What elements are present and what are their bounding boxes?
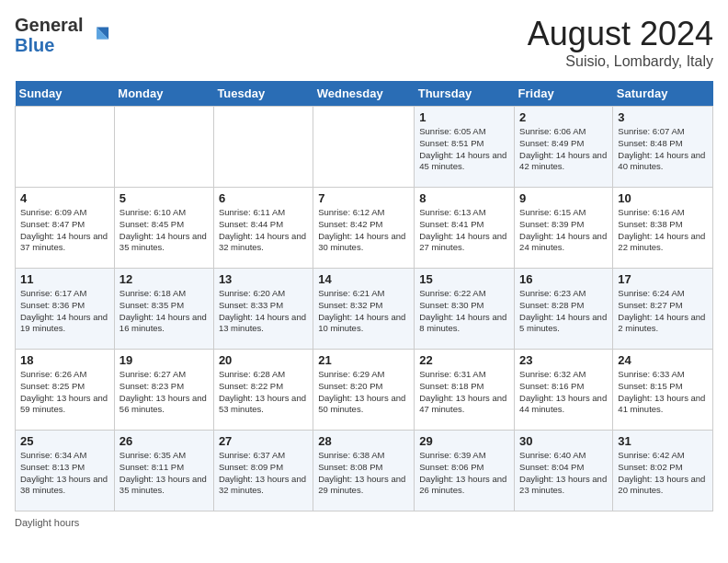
calendar-cell: 14Sunrise: 6:21 AM Sunset: 8:32 PM Dayli… [313, 269, 415, 350]
day-number: 6 [219, 191, 308, 205]
day-detail: Sunrise: 6:12 AM Sunset: 8:42 PM Dayligh… [318, 207, 409, 254]
day-number: 26 [119, 434, 209, 448]
title-area: August 2024 Suisio, Lombardy, Italy [528, 15, 713, 70]
day-number: 28 [318, 434, 409, 448]
day-detail: Sunrise: 6:27 AM Sunset: 8:23 PM Dayligh… [119, 369, 209, 416]
day-number: 31 [618, 434, 708, 448]
day-number: 29 [419, 434, 509, 448]
day-number: 23 [519, 353, 608, 367]
day-detail: Sunrise: 6:05 AM Sunset: 8:51 PM Dayligh… [419, 126, 509, 173]
footer-note: Daylight hours [15, 517, 713, 528]
weekday-header-thursday: Thursday [415, 81, 515, 107]
calendar-cell: 25Sunrise: 6:34 AM Sunset: 8:13 PM Dayli… [16, 431, 115, 511]
day-detail: Sunrise: 6:23 AM Sunset: 8:28 PM Dayligh… [519, 288, 608, 335]
day-detail: Sunrise: 6:17 AM Sunset: 8:36 PM Dayligh… [20, 288, 109, 335]
day-detail: Sunrise: 6:18 AM Sunset: 8:35 PM Dayligh… [119, 288, 209, 335]
calendar-cell: 15Sunrise: 6:22 AM Sunset: 8:30 PM Dayli… [415, 269, 515, 350]
day-number: 15 [419, 272, 509, 286]
day-number: 10 [618, 191, 708, 205]
weekday-header-friday: Friday [515, 81, 613, 107]
calendar-cell: 1Sunrise: 6:05 AM Sunset: 8:51 PM Daylig… [415, 107, 515, 188]
logo-blue-text: Blue [15, 35, 54, 55]
calendar-cell: 20Sunrise: 6:28 AM Sunset: 8:22 PM Dayli… [213, 350, 313, 431]
day-detail: Sunrise: 6:11 AM Sunset: 8:44 PM Dayligh… [219, 207, 308, 254]
logo-icon [85, 22, 110, 48]
calendar-week-row: 18Sunrise: 6:26 AM Sunset: 8:25 PM Dayli… [16, 350, 713, 431]
day-number: 2 [519, 110, 608, 124]
calendar-cell: 3Sunrise: 6:07 AM Sunset: 8:48 PM Daylig… [613, 107, 713, 188]
day-number: 7 [318, 191, 409, 205]
day-detail: Sunrise: 6:16 AM Sunset: 8:38 PM Dayligh… [618, 207, 708, 254]
day-number: 19 [119, 353, 209, 367]
calendar-cell: 27Sunrise: 6:37 AM Sunset: 8:09 PM Dayli… [213, 431, 313, 511]
calendar-cell: 21Sunrise: 6:29 AM Sunset: 8:20 PM Dayli… [313, 350, 415, 431]
day-detail: Sunrise: 6:15 AM Sunset: 8:39 PM Dayligh… [519, 207, 608, 254]
calendar-cell: 11Sunrise: 6:17 AM Sunset: 8:36 PM Dayli… [16, 269, 115, 350]
calendar-cell: 28Sunrise: 6:38 AM Sunset: 8:08 PM Dayli… [313, 431, 415, 511]
day-number: 1 [419, 110, 509, 124]
day-detail: Sunrise: 6:31 AM Sunset: 8:18 PM Dayligh… [419, 369, 509, 416]
calendar-cell: 31Sunrise: 6:42 AM Sunset: 8:02 PM Dayli… [613, 431, 713, 511]
calendar-week-row: 11Sunrise: 6:17 AM Sunset: 8:36 PM Dayli… [16, 269, 713, 350]
day-number: 24 [618, 353, 708, 367]
calendar-table: SundayMondayTuesdayWednesdayThursdayFrid… [15, 81, 713, 511]
calendar-cell: 19Sunrise: 6:27 AM Sunset: 8:23 PM Dayli… [114, 350, 213, 431]
day-detail: Sunrise: 6:24 AM Sunset: 8:27 PM Dayligh… [618, 288, 708, 335]
day-detail: Sunrise: 6:28 AM Sunset: 8:22 PM Dayligh… [219, 369, 308, 416]
weekday-header-saturday: Saturday [613, 81, 713, 107]
day-detail: Sunrise: 6:29 AM Sunset: 8:20 PM Dayligh… [318, 369, 409, 416]
header: General Blue August 2024 Suisio, Lombard… [15, 15, 713, 70]
day-number: 5 [119, 191, 209, 205]
day-detail: Sunrise: 6:39 AM Sunset: 8:06 PM Dayligh… [419, 450, 509, 497]
calendar-subtitle: Suisio, Lombardy, Italy [528, 53, 713, 70]
day-detail: Sunrise: 6:37 AM Sunset: 8:09 PM Dayligh… [219, 450, 308, 497]
calendar-title: August 2024 [528, 15, 713, 53]
calendar-cell: 29Sunrise: 6:39 AM Sunset: 8:06 PM Dayli… [415, 431, 515, 511]
day-detail: Sunrise: 6:22 AM Sunset: 8:30 PM Dayligh… [419, 288, 509, 335]
calendar-cell [114, 107, 213, 188]
day-detail: Sunrise: 6:35 AM Sunset: 8:11 PM Dayligh… [119, 450, 209, 497]
calendar-cell: 24Sunrise: 6:33 AM Sunset: 8:15 PM Dayli… [613, 350, 713, 431]
calendar-cell [213, 107, 313, 188]
day-number: 3 [618, 110, 708, 124]
day-number: 4 [20, 191, 109, 205]
calendar-cell: 8Sunrise: 6:13 AM Sunset: 8:41 PM Daylig… [415, 188, 515, 269]
day-number: 17 [618, 272, 708, 286]
day-number: 12 [119, 272, 209, 286]
day-detail: Sunrise: 6:20 AM Sunset: 8:33 PM Dayligh… [219, 288, 308, 335]
calendar-cell: 13Sunrise: 6:20 AM Sunset: 8:33 PM Dayli… [213, 269, 313, 350]
calendar-cell [16, 107, 115, 188]
day-detail: Sunrise: 6:10 AM Sunset: 8:45 PM Dayligh… [119, 207, 209, 254]
logo-general-text: General [15, 15, 83, 35]
calendar-cell: 2Sunrise: 6:06 AM Sunset: 8:49 PM Daylig… [515, 107, 613, 188]
day-number: 21 [318, 353, 409, 367]
calendar-cell: 7Sunrise: 6:12 AM Sunset: 8:42 PM Daylig… [313, 188, 415, 269]
calendar-header-row: SundayMondayTuesdayWednesdayThursdayFrid… [16, 81, 713, 107]
calendar-cell: 17Sunrise: 6:24 AM Sunset: 8:27 PM Dayli… [613, 269, 713, 350]
day-number: 18 [20, 353, 109, 367]
weekday-header-monday: Monday [114, 81, 213, 107]
day-detail: Sunrise: 6:09 AM Sunset: 8:47 PM Dayligh… [20, 207, 109, 254]
day-number: 13 [219, 272, 308, 286]
calendar-cell: 10Sunrise: 6:16 AM Sunset: 8:38 PM Dayli… [613, 188, 713, 269]
calendar-cell: 23Sunrise: 6:32 AM Sunset: 8:16 PM Dayli… [515, 350, 613, 431]
day-number: 14 [318, 272, 409, 286]
day-number: 27 [219, 434, 308, 448]
day-detail: Sunrise: 6:33 AM Sunset: 8:15 PM Dayligh… [618, 369, 708, 416]
calendar-cell: 16Sunrise: 6:23 AM Sunset: 8:28 PM Dayli… [515, 269, 613, 350]
calendar-cell: 18Sunrise: 6:26 AM Sunset: 8:25 PM Dayli… [16, 350, 115, 431]
day-number: 20 [219, 353, 308, 367]
calendar-cell: 6Sunrise: 6:11 AM Sunset: 8:44 PM Daylig… [213, 188, 313, 269]
day-detail: Sunrise: 6:07 AM Sunset: 8:48 PM Dayligh… [618, 126, 708, 173]
day-number: 30 [519, 434, 608, 448]
day-number: 22 [419, 353, 509, 367]
day-number: 9 [519, 191, 608, 205]
day-number: 11 [20, 272, 109, 286]
day-detail: Sunrise: 6:21 AM Sunset: 8:32 PM Dayligh… [318, 288, 409, 335]
day-detail: Sunrise: 6:13 AM Sunset: 8:41 PM Dayligh… [419, 207, 509, 254]
calendar-cell: 26Sunrise: 6:35 AM Sunset: 8:11 PM Dayli… [114, 431, 213, 511]
weekday-header-wednesday: Wednesday [313, 81, 415, 107]
calendar-week-row: 25Sunrise: 6:34 AM Sunset: 8:13 PM Dayli… [16, 431, 713, 511]
day-number: 8 [419, 191, 509, 205]
day-detail: Sunrise: 6:06 AM Sunset: 8:49 PM Dayligh… [519, 126, 608, 173]
